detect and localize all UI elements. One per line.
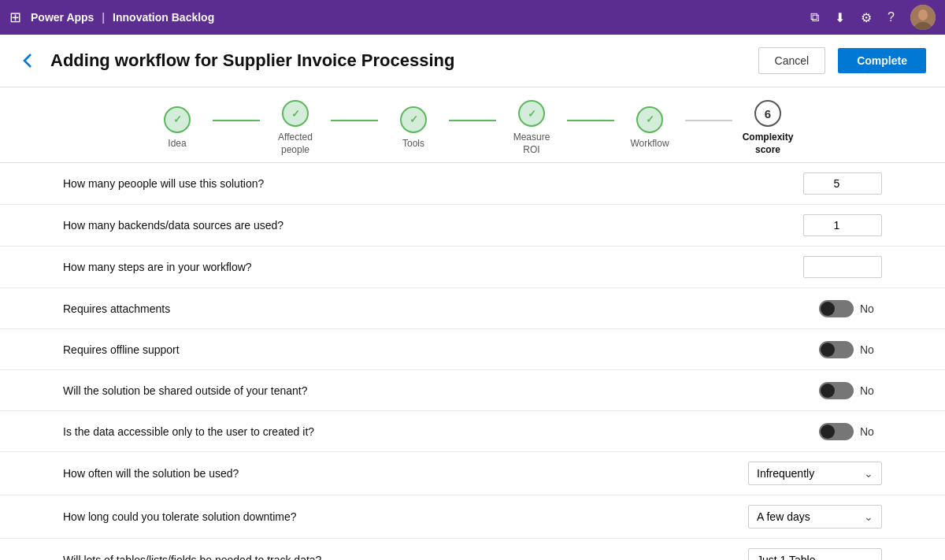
step-idea[interactable]: ✓ Idea [142,106,213,150]
step-workflow-label: Workflow [630,138,669,150]
avatar[interactable] [910,5,936,30]
step-roi-circle: ✓ [518,100,545,127]
form-area: How many peoople will use this solution?… [0,163,945,560]
form-row-backends-count: How many backends/data sources are used? [0,205,945,247]
label-backends-count: How many backends/data sources are used? [63,219,803,232]
complete-button[interactable]: Complete [838,48,926,73]
topbar: ⊞ Power Apps | Innovation Backlog ⧉ ⬇ ⚙ … [0,0,945,35]
app-name: Power Apps | Innovation Backlog [31,11,214,24]
toggle-wrapper-data-access: No [819,423,882,440]
download-icon[interactable]: ⬇ [835,10,845,25]
label-shared: Will the solution be shared outside of y… [63,384,819,397]
page-title: Adding workflow for Supplier Invoice Pro… [50,50,746,71]
screen-share-icon[interactable]: ⧉ [810,10,819,24]
label-offline: Requires offline support [63,343,819,356]
input-people-count[interactable] [803,172,882,195]
step-roi-label: MeasureROI [513,132,550,156]
toggle-attachments[interactable] [819,300,854,317]
toggle-attachments-label: No [860,302,882,315]
select-downtime[interactable]: A few days ⌄ [748,505,882,528]
step-connector-5 [685,120,732,121]
step-connector-4 [567,120,614,121]
input-steps-count[interactable] [803,256,882,278]
step-complexity-circle: 6 [754,100,781,127]
step-affected-circle: ✓ [282,100,309,127]
svg-point-1 [918,9,928,20]
step-affected-label: Affectedpeople [278,132,313,156]
page-header: Adding workflow for Supplier Invoice Pro… [0,35,945,87]
step-affected-people[interactable]: ✓ Affectedpeople [260,100,331,156]
label-data-access: Is the data accessible only to the user … [63,425,819,438]
toggle-wrapper-attachments: No [819,300,882,317]
select-usage-freq[interactable]: Infrequently ⌄ [748,462,882,485]
help-icon[interactable]: ? [888,10,895,24]
step-workflow[interactable]: ✓ Workflow [614,106,685,150]
form-row-usage-freq: How often will the solution be used? Inf… [0,452,945,495]
form-row-downtime: How long could you tolerate solution dow… [0,495,945,539]
step-measure-roi[interactable]: ✓ MeasureROI [496,100,567,156]
label-downtime: How long could you tolerate solution dow… [63,510,748,523]
label-usage-freq: How often will the solution be used? [63,467,748,480]
step-tools-circle: ✓ [400,106,427,133]
step-connector-3 [449,120,496,121]
step-tools-label: Tools [402,138,424,150]
chevron-down-icon: ⌄ [864,467,873,480]
step-connector-2 [331,120,378,121]
select-downtime-value: A few days [757,510,810,523]
toggle-data-access-label: No [860,425,882,438]
step-idea-label: Idea [168,138,186,150]
step-idea-circle: ✓ [164,106,191,133]
chevron-down-icon: ⌄ [864,510,873,523]
toggle-offline-label: No [860,343,882,356]
toggle-shared-label: No [860,384,882,397]
step-tools[interactable]: ✓ Tools [378,106,449,150]
label-tables: Will lots of tables/lists/fields be need… [63,554,748,560]
back-button[interactable] [19,51,38,70]
form-row-offline: Requires offline support No [0,329,945,370]
form-row-shared: Will the solution be shared outside of y… [0,370,945,411]
toggle-wrapper-offline: No [819,341,882,358]
form-row-data-access: Is the data accessible only to the user … [0,411,945,452]
input-backends-count[interactable] [803,214,882,236]
form-row-steps-count: How many steps are in your workflow? [0,247,945,288]
form-row-people-count: How many peoople will use this solution? [0,163,945,205]
toggle-wrapper-shared: No [819,382,882,399]
step-complexity-label: Complexityscore [743,132,794,156]
step-workflow-circle: ✓ [636,106,663,133]
settings-icon[interactable]: ⚙ [861,10,872,25]
select-tables-value: Just 1 Table [757,554,815,560]
apps-grid-icon[interactable]: ⊞ [9,9,21,26]
steps-row: ✓ Idea ✓ Affectedpeople ✓ Tools ✓ Measur… [0,87,945,163]
chevron-down-icon: ⌄ [864,554,873,560]
page-container: Adding workflow for Supplier Invoice Pro… [0,35,945,560]
form-row-attachments: Requires attachments No [0,288,945,329]
select-tables[interactable]: Just 1 Table ⌄ [748,548,882,560]
form-row-tables: Will lots of tables/lists/fields be need… [0,539,945,560]
toggle-offline[interactable] [819,341,854,358]
label-steps-count: How many steps are in your workflow? [63,261,803,273]
label-attachments: Requires attachments [63,302,819,315]
label-people-count: How many peoople will use this solution? [63,177,803,190]
toggle-shared[interactable] [819,382,854,399]
toggle-data-access[interactable] [819,423,854,440]
step-complexity[interactable]: 6 Complexityscore [732,100,803,156]
select-usage-freq-value: Infrequently [757,467,814,480]
cancel-button[interactable]: Cancel [758,47,826,74]
step-connector-1 [213,120,260,121]
